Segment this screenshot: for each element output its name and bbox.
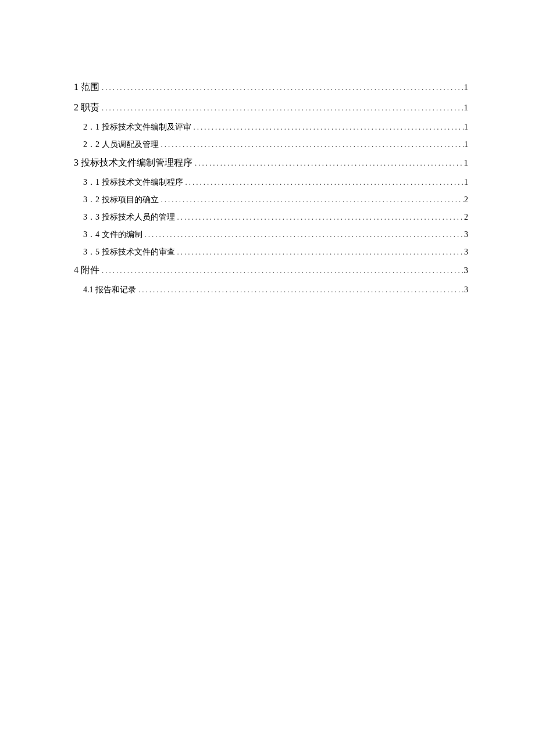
toc-page-number: 1 [464, 83, 469, 92]
toc-page-number: 1 [464, 123, 468, 132]
toc-entry: 3．5 投标技术文件的审查 3 [67, 247, 468, 257]
toc-page-number: 3 [464, 248, 468, 257]
toc-label: 1 范围 [74, 81, 99, 94]
toc-entry: 4.1 报告和记录 3 [67, 285, 468, 295]
toc-leader-dots [99, 266, 464, 275]
toc-page-number: 1 [464, 178, 468, 187]
toc-label: 2 职责 [74, 102, 99, 114]
toc-page-number: 3 [464, 230, 468, 239]
toc-page-number: 1 [464, 158, 469, 168]
toc-entry: 4 附件 3 [67, 264, 468, 277]
toc-label: 3 投标技术文件编制管理程序 [74, 157, 192, 169]
toc-leader-dots [159, 140, 465, 149]
toc-leader-dots [99, 83, 464, 92]
toc-label: 2．1 投标技术文件编制及评审 [83, 122, 191, 132]
toc-page-number: 2 [464, 195, 468, 205]
toc-label: 3．1 投标技术文件编制程序 [83, 177, 183, 188]
toc-entry: 3．4 文件的编制 3 [67, 230, 468, 240]
toc-page-number: 3 [464, 285, 468, 295]
toc-page-number: 2 [464, 213, 468, 222]
toc-entry: 3．2 投标项目的确立 2 [67, 195, 468, 205]
toc-label: 3．2 投标项目的确立 [83, 195, 159, 205]
toc-label: 3．3 投标技术人员的管理 [83, 212, 175, 223]
toc-leader-dots [192, 159, 464, 168]
toc-label: 3．5 投标技术文件的审查 [83, 247, 175, 257]
toc-entry: 1 范围 1 [67, 81, 468, 94]
toc-label: 2．2 人员调配及管理 [83, 139, 159, 150]
toc-page-number: 3 [464, 266, 469, 275]
toc-leader-dots [159, 195, 465, 205]
toc-leader-dots [142, 230, 465, 239]
toc-page-number: 1 [464, 140, 468, 149]
toc-entry: 3．1 投标技术文件编制程序 1 [67, 177, 468, 188]
toc-entry: 2．1 投标技术文件编制及评审 1 [67, 122, 468, 132]
toc-leader-dots [99, 103, 464, 113]
toc-entry: 2．2 人员调配及管理 1 [67, 139, 468, 150]
toc-leader-dots [136, 285, 464, 295]
toc-leader-dots [175, 213, 465, 222]
toc-leader-dots [191, 123, 465, 132]
toc-entry: 3．3 投标技术人员的管理 2 [67, 212, 468, 223]
table-of-contents: 1 范围 1 2 职责 1 2．1 投标技术文件编制及评审 1 2．2 人员调配… [67, 81, 468, 295]
toc-entry: 2 职责 1 [67, 102, 468, 114]
toc-label: 4 附件 [74, 264, 99, 277]
toc-page-number: 1 [464, 103, 469, 113]
toc-label: 4.1 报告和记录 [83, 285, 136, 295]
toc-label: 3．4 文件的编制 [83, 230, 142, 240]
toc-leader-dots [175, 248, 465, 257]
toc-leader-dots [183, 178, 465, 187]
toc-entry: 3 投标技术文件编制管理程序 1 [67, 157, 468, 169]
